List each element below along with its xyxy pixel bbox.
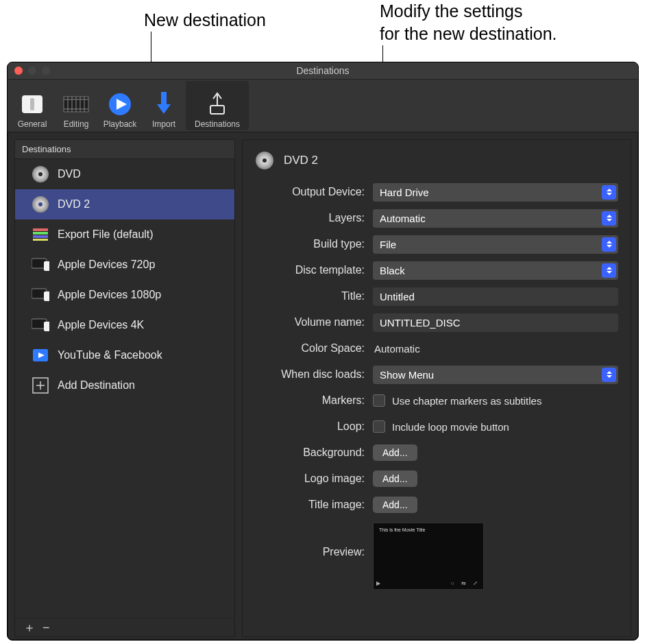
tab-label: Editing: [64, 119, 89, 129]
plus-box-icon: [32, 377, 49, 394]
svg-rect-24: [33, 239, 48, 241]
devices-icon: [32, 316, 49, 334]
callout-right: Modify the settings for the new destinat…: [380, 0, 557, 45]
output-device-select[interactable]: Hard Drive: [373, 183, 618, 202]
content-area: Destinations DVD DVD 2: [8, 132, 638, 641]
svg-rect-12: [161, 92, 167, 104]
sidebar-item-apple-1080p[interactable]: Apple Devices 1080p: [15, 280, 234, 310]
import-icon: [150, 91, 178, 118]
label-build-type: Build type:: [255, 238, 373, 250]
label-output-device: Output Device:: [255, 186, 373, 198]
devices-icon: [32, 256, 49, 274]
label-layers: Layers:: [255, 212, 373, 224]
filmstrip-icon: [32, 226, 49, 243]
svg-point-37: [263, 158, 267, 163]
label-volume-name: Volume name:: [255, 316, 373, 329]
label-background: Background:: [255, 446, 373, 459]
select-arrows-icon: [602, 185, 616, 200]
volume-name-input[interactable]: UNTITLED_DISC: [373, 313, 618, 332]
tab-import[interactable]: Import: [142, 81, 186, 130]
label-when-disc-loads: When disc loads:: [255, 368, 373, 381]
select-value: Automatic: [380, 213, 426, 224]
loop-check-label: Include loop movie button: [392, 421, 509, 433]
label-disc-template: Disc template:: [255, 264, 373, 276]
label-preview: Preview:: [255, 520, 373, 558]
sidebar-item-label: DVD: [58, 168, 81, 180]
sidebar-item-label: Apple Devices 4K: [58, 319, 144, 331]
add-button[interactable]: ＋: [23, 619, 36, 636]
tab-general[interactable]: General: [10, 81, 54, 130]
video-icon: [32, 346, 49, 364]
sidebar-list: DVD DVD 2 Export File (default): [15, 159, 234, 618]
svg-rect-22: [33, 232, 48, 235]
disc-template-select[interactable]: Black: [373, 261, 618, 280]
titlebar: Destinations: [8, 62, 638, 80]
sidebar-item-youtube-facebook[interactable]: YouTube & Facebook: [15, 340, 234, 370]
preview-right-icons: ○ ⇆ ⤢: [451, 580, 480, 586]
window-title: Destinations: [8, 65, 638, 76]
sidebar-item-dvd[interactable]: DVD: [15, 159, 234, 189]
build-type-select[interactable]: File: [373, 235, 618, 254]
disc-icon: [32, 195, 49, 213]
select-arrows-icon: [602, 211, 616, 226]
destinations-icon: [204, 91, 231, 118]
layers-select[interactable]: Automatic: [373, 209, 618, 228]
svg-rect-28: [44, 291, 49, 301]
title-input[interactable]: Untitled: [373, 287, 618, 306]
preview-movie-title: This is the Movie Title: [379, 527, 425, 532]
select-value: File: [380, 239, 396, 250]
sidebar-item-label: Apple Devices 720p: [58, 259, 155, 271]
callout-left: New destination: [144, 9, 266, 32]
svg-rect-14: [210, 106, 224, 114]
markers-checkbox[interactable]: [373, 394, 385, 407]
sidebar-footer: ＋ −: [15, 618, 234, 636]
background-add-button[interactable]: Add...: [373, 444, 417, 461]
input-value: UNTITLED_DISC: [380, 317, 461, 329]
svg-rect-1: [30, 98, 34, 110]
tab-destinations[interactable]: Destinations: [186, 81, 249, 130]
sidebar-item-add-destination[interactable]: Add Destination: [15, 370, 234, 401]
general-icon: [19, 91, 46, 118]
label-loop: Loop:: [255, 420, 373, 433]
svg-rect-30: [44, 322, 49, 331]
loop-checkbox[interactable]: [373, 420, 385, 433]
svg-rect-23: [33, 235, 48, 238]
tab-label: Destinations: [195, 119, 240, 129]
editing-icon: [62, 91, 90, 118]
sidebar-item-export-file[interactable]: Export File (default): [15, 219, 234, 250]
tab-editing[interactable]: Editing: [54, 81, 98, 130]
sidebar-item-apple-720p[interactable]: Apple Devices 720p: [15, 250, 234, 280]
sidebar-item-apple-4k[interactable]: Apple Devices 4K: [15, 310, 234, 340]
select-value: Black: [380, 265, 405, 276]
svg-point-19: [38, 202, 42, 206]
panel-title: DVD 2: [284, 154, 318, 167]
title-image-add-button[interactable]: Add...: [373, 497, 417, 513]
label-color-space: Color Space:: [255, 342, 373, 355]
tab-label: General: [18, 119, 47, 129]
select-arrows-icon: [602, 368, 616, 382]
label-title: Title:: [255, 290, 373, 302]
playback-icon: [106, 91, 134, 118]
label-markers: Markers:: [255, 394, 373, 407]
when-disc-loads-select[interactable]: Show Menu: [373, 366, 618, 384]
sidebar-item-label: DVD 2: [58, 198, 90, 211]
sidebar-item-label: Add Destination: [58, 379, 135, 392]
play-icon: ▶: [376, 580, 380, 586]
sidebar-item-label: Export File (default): [58, 228, 154, 241]
toolbar: General Editing Playback Import Destinat…: [8, 80, 638, 132]
settings-panel: DVD 2 Output Device: Hard Drive Layers: …: [242, 139, 631, 637]
preview-controls: ▶ ○ ⇆ ⤢: [376, 580, 480, 586]
disc-icon: [32, 165, 49, 183]
remove-button[interactable]: −: [42, 621, 50, 635]
svg-marker-13: [157, 104, 171, 114]
sidebar-item-label: Apple Devices 1080p: [58, 289, 161, 301]
label-title-image: Title image:: [255, 499, 373, 511]
color-space-value: Automatic: [373, 343, 420, 355]
panel-title-row: DVD 2: [255, 151, 618, 170]
select-arrows-icon: [602, 237, 616, 252]
tab-label: Playback: [103, 119, 137, 129]
sidebar-header: Destinations: [15, 140, 234, 159]
tab-playback[interactable]: Playback: [98, 81, 142, 130]
sidebar-item-dvd-2[interactable]: DVD 2: [15, 189, 234, 219]
logo-image-add-button[interactable]: Add...: [373, 470, 417, 487]
